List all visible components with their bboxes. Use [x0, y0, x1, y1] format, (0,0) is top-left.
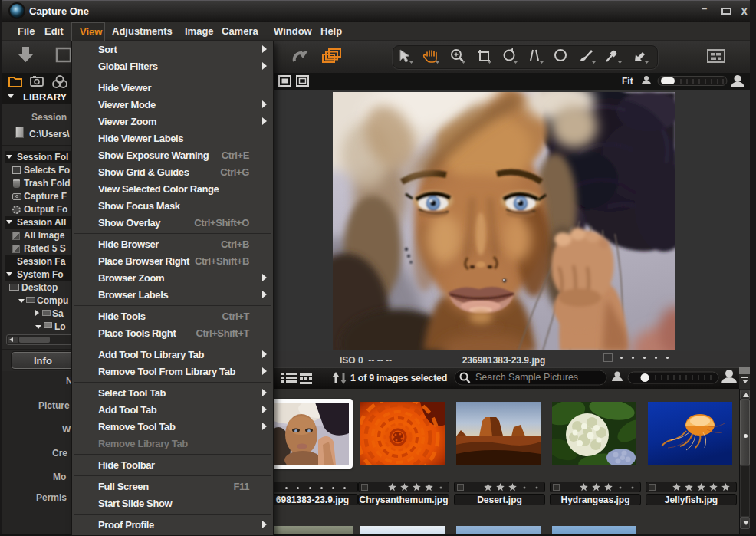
svg-text:Search Sample Pictures: Search Sample Pictures	[475, 372, 578, 383]
svg-text:Fit: Fit	[622, 76, 633, 87]
svg-text:1 of 9 images selected: 1 of 9 images selected	[350, 373, 447, 383]
